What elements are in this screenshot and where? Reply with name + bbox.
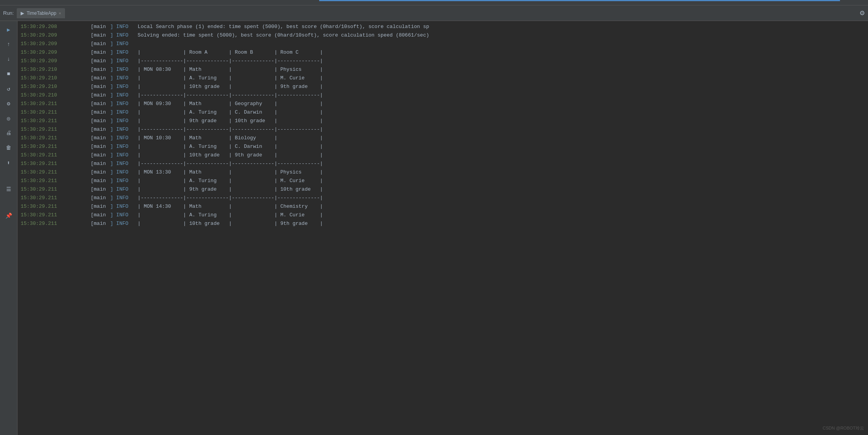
log-message: | | A. Turing | | M. Curie | <box>132 177 323 185</box>
log-line: 15:30:29.209 [main ] INFO |-------------… <box>18 57 868 65</box>
settings-gear-button[interactable]: ⚙ <box>859 9 865 17</box>
log-line: 15:30:29.211 [main ] INFO |-------------… <box>18 194 868 202</box>
log-timestamp: 15:30:29.211 <box>21 117 91 125</box>
log-timestamp: 15:30:29.211 <box>21 168 91 177</box>
log-timestamp: 15:30:29.211 <box>21 100 91 108</box>
log-level: ] INFO <box>110 219 132 228</box>
log-message: |--------------|--------------|---------… <box>132 57 323 65</box>
log-thread: [main <box>91 100 110 108</box>
stop-sidebar-icon[interactable]: ■ <box>3 68 14 79</box>
log-timestamp: 15:30:29.211 <box>21 185 91 194</box>
log-message: | | 10th grade | 9th grade | | <box>132 151 323 160</box>
log-level: ] INFO <box>110 65 132 74</box>
log-timestamp: 15:30:29.210 <box>21 65 91 74</box>
log-thread: [main <box>91 194 110 202</box>
log-message: | MON 14:30 | Math | | Chemistry | <box>132 202 323 211</box>
log-thread: [main <box>91 202 110 211</box>
log-thread: [main <box>91 160 110 168</box>
print-sidebar-icon[interactable]: 🖨 <box>3 128 14 139</box>
log-thread: [main <box>91 117 110 125</box>
delete-sidebar-icon[interactable]: 🗑 <box>3 142 14 153</box>
ide-container: Run: ▶ TimeTableApp × ⚙ ▶ ↑ ↓ ■ ↺ ⚙ ◎ 🖨 … <box>0 0 868 435</box>
log-level: ] INFO <box>110 74 132 82</box>
log-message: | | A. Turing | | M. Curie | <box>132 74 323 82</box>
log-level: ] INFO <box>110 40 132 48</box>
log-message: Solving ended: time spent (5000), best s… <box>132 31 429 40</box>
log-timestamp: 15:30:29.211 <box>21 177 91 185</box>
log-timestamp: 15:30:29.210 <box>21 74 91 82</box>
log-level: ] INFO <box>110 134 132 142</box>
log-thread: [main <box>91 219 110 228</box>
log-message: | MON 13:30 | Math | | Physics | <box>132 168 323 177</box>
log-thread: [main <box>91 125 110 134</box>
log-level: ] INFO <box>110 100 132 108</box>
log-timestamp: 15:30:29.211 <box>21 160 91 168</box>
log-level: ] INFO <box>110 125 132 134</box>
log-level: ] INFO <box>110 31 132 40</box>
log-timestamp: 15:30:29.211 <box>21 108 91 117</box>
scroll-down-sidebar-icon[interactable]: ↓ <box>3 54 14 65</box>
log-timestamp: 15:30:29.211 <box>21 142 91 151</box>
log-level: ] INFO <box>110 82 132 91</box>
log-message: | | A. Turing | C. Darwin | | <box>132 142 323 151</box>
log-line: 15:30:29.210 [main ] INFO | MON 08:30 | … <box>18 65 868 74</box>
log-thread: [main <box>91 48 110 57</box>
log-thread: [main <box>91 151 110 160</box>
log-line: 15:30:29.211 [main ] INFO | | A. Turing … <box>18 108 868 117</box>
console-panel[interactable]: 15:30:29.208 [main ] INFO Local Search p… <box>18 21 868 435</box>
log-timestamp: 15:30:29.208 <box>21 23 91 31</box>
log-thread: [main <box>91 74 110 82</box>
scroll-up-sidebar-icon[interactable]: ↑ <box>3 39 14 50</box>
log-line: 15:30:29.210 [main ] INFO | | A. Turing … <box>18 74 868 82</box>
tab-title: TimeTableApp <box>26 11 56 16</box>
log-timestamp: 15:30:29.209 <box>21 48 91 57</box>
log-timestamp: 15:30:29.210 <box>21 91 91 100</box>
log-message: | MON 08:30 | Math | | Physics | <box>132 65 323 74</box>
log-line: 15:30:29.210 [main ] INFO | | 10th grade… <box>18 82 868 91</box>
log-line: 15:30:29.209 [main ] INFO | | Room A | R… <box>18 48 868 57</box>
log-line: 15:30:29.208 [main ] INFO Local Search p… <box>18 23 868 31</box>
log-level: ] INFO <box>110 194 132 202</box>
tab-close-button[interactable]: × <box>59 11 61 16</box>
log-line: 15:30:29.209 [main ] INFO Solving ended:… <box>18 31 868 40</box>
log-thread: [main <box>91 82 110 91</box>
log-line: 15:30:29.211 [main ] INFO | MON 14:30 | … <box>18 202 868 211</box>
log-level: ] INFO <box>110 23 132 31</box>
log-message: |--------------|--------------|---------… <box>132 91 323 100</box>
progress-bar <box>319 0 840 1</box>
settings-sidebar-icon[interactable]: ⚙ <box>3 98 14 109</box>
log-level: ] INFO <box>110 185 132 194</box>
watermark: CSDN @ROBOT玲云 <box>822 425 864 431</box>
run-tab[interactable]: ▶ TimeTableApp × <box>17 8 65 18</box>
run-sidebar-icon[interactable]: ▶ <box>3 24 14 35</box>
log-level: ] INFO <box>110 91 132 100</box>
log-message: | | 9th grade | 10th grade | | <box>132 117 323 125</box>
log-message: |--------------|--------------|---------… <box>132 160 323 168</box>
log-timestamp: 15:30:29.211 <box>21 151 91 160</box>
log-level: ] INFO <box>110 108 132 117</box>
log-thread: [main <box>91 40 110 48</box>
log-message: |--------------|--------------|---------… <box>132 194 323 202</box>
log-thread: [main <box>91 142 110 151</box>
log-thread: [main <box>91 57 110 65</box>
import-sidebar-icon[interactable]: ⬆ <box>3 157 14 168</box>
camera-sidebar-icon[interactable]: ◎ <box>3 113 14 124</box>
log-thread: [main <box>91 211 110 219</box>
console-icon: ▶ <box>21 11 24 16</box>
log-thread: [main <box>91 65 110 74</box>
run-label: Run: <box>3 10 14 16</box>
log-timestamp: 15:30:29.211 <box>21 202 91 211</box>
list-sidebar-icon[interactable]: ☰ <box>3 184 14 195</box>
log-line: 15:30:29.211 [main ] INFO | MON 10:30 | … <box>18 134 868 142</box>
pin-sidebar-icon[interactable]: 📌 <box>3 210 14 221</box>
log-thread: [main <box>91 177 110 185</box>
log-level: ] INFO <box>110 151 132 160</box>
log-message: | | 10th grade | | 9th grade | <box>132 219 323 228</box>
log-timestamp: 15:30:29.209 <box>21 31 91 40</box>
log-thread: [main <box>91 185 110 194</box>
log-thread: [main <box>91 91 110 100</box>
log-message: | | 10th grade | | 9th grade | <box>132 82 323 91</box>
main-area: ▶ ↑ ↓ ■ ↺ ⚙ ◎ 🖨 🗑 ⬆ ☰ 📌 15:30:29.208 [ma… <box>0 21 868 435</box>
rerun-sidebar-icon[interactable]: ↺ <box>3 83 14 94</box>
log-line: 15:30:29.211 [main ] INFO | | 10th grade… <box>18 219 868 228</box>
